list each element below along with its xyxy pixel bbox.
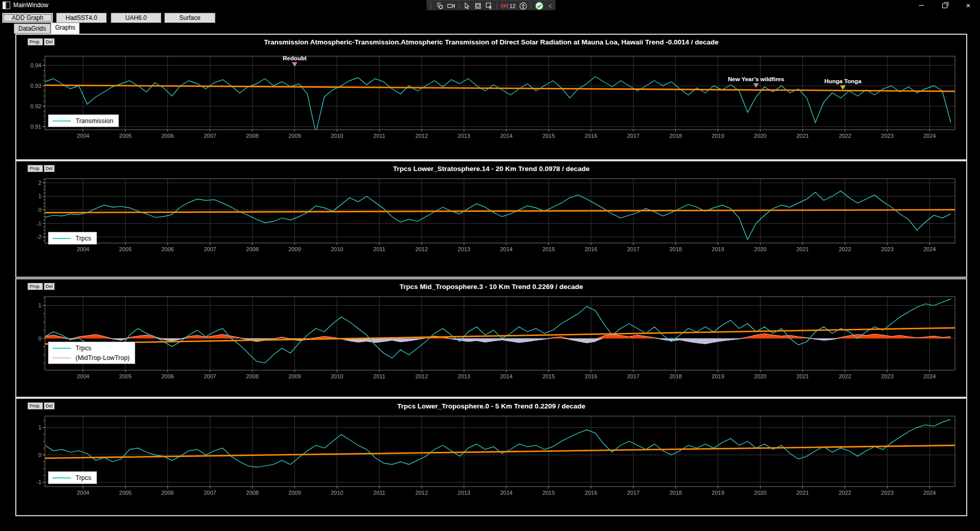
chart-legend: Trpcs (MidTrop-LowTrop) [48, 342, 135, 364]
prop-button[interactable]: Prop. [28, 38, 43, 45]
svg-text:2020: 2020 [754, 246, 766, 252]
legend-diff-swatch [53, 357, 71, 358]
svg-text:0: 0 [38, 452, 41, 458]
svg-text:1: 1 [38, 193, 41, 199]
del-button[interactable]: Del [44, 165, 55, 172]
svg-text:-2: -2 [36, 234, 41, 240]
svg-text:1: 1 [38, 302, 41, 308]
svg-text:2022: 2022 [839, 246, 851, 252]
svg-text:2005: 2005 [119, 133, 131, 139]
svg-text:2021: 2021 [796, 133, 808, 139]
prop-button[interactable]: Prop. [28, 402, 43, 409]
chart-canvas[interactable]: -2-1012200420052006200720082009201020112… [20, 177, 962, 254]
svg-text:2016: 2016 [585, 490, 597, 496]
svg-text:2005: 2005 [119, 490, 131, 496]
track-focused-element-icon[interactable] [485, 2, 493, 10]
uah6-button[interactable]: UAH6.0 [111, 13, 161, 23]
svg-text:2019: 2019 [712, 246, 724, 252]
svg-text:2005: 2005 [119, 246, 131, 252]
svg-text:2024: 2024 [923, 373, 936, 379]
chart-canvas[interactable]: -101200420052006200720082009201020112012… [20, 414, 962, 498]
svg-text:2009: 2009 [288, 246, 301, 252]
svg-text:2010: 2010 [331, 373, 343, 379]
svg-text:2004: 2004 [77, 373, 89, 379]
svg-text:2004: 2004 [77, 133, 89, 139]
svg-text:0.92: 0.92 [31, 103, 41, 109]
svg-text:Hunga Tonga: Hunga Tonga [824, 78, 862, 84]
svg-text:2021: 2021 [796, 246, 808, 252]
svg-text:2017: 2017 [627, 133, 639, 139]
display-adorners-icon[interactable] [474, 2, 482, 10]
svg-text:0: 0 [38, 335, 41, 342]
svg-text:New Year’s wildfires: New Year’s wildfires [728, 76, 784, 82]
svg-text:0: 0 [38, 207, 41, 213]
svg-text:2014: 2014 [500, 133, 512, 139]
svg-text:2013: 2013 [458, 373, 470, 379]
svg-text:2014: 2014 [500, 373, 512, 379]
svg-text:0.91: 0.91 [31, 124, 41, 130]
svg-text:2012: 2012 [415, 373, 428, 379]
svg-text:-1: -1 [36, 479, 41, 485]
svg-text:2022: 2022 [839, 490, 851, 496]
accessibility-checker-icon[interactable] [519, 2, 527, 10]
live-visual-tree-icon[interactable] [436, 2, 444, 10]
chart-legend: Trpcs [48, 471, 97, 484]
svg-text:2016: 2016 [585, 246, 597, 252]
chart-panel-lower-troposphere: Prop. Del Trpcs Lower_Troposphere.0 - 5 … [15, 398, 967, 516]
del-button[interactable]: Del [44, 283, 55, 290]
svg-text:2015: 2015 [543, 490, 555, 496]
svg-text:2006: 2006 [161, 133, 174, 139]
del-button[interactable]: Del [44, 402, 55, 409]
tabstrip: DataGrids Graphs [14, 23, 80, 34]
select-element-icon[interactable] [463, 2, 471, 10]
svg-text:2013: 2013 [458, 246, 470, 252]
svg-text:2007: 2007 [204, 133, 216, 139]
legend-line-swatch [53, 120, 71, 122]
legend-label: (MidTrop-LowTrop) [76, 354, 130, 361]
collapse-chevron-icon[interactable]: < [547, 3, 553, 10]
surface-button[interactable]: Surface [164, 13, 215, 23]
svg-text:2009: 2009 [288, 490, 301, 496]
tab-datagrids[interactable]: DataGrids [14, 23, 51, 34]
legend-line-swatch [53, 477, 71, 478]
svg-text:2024: 2024 [923, 133, 936, 139]
close-button[interactable]: × [957, 0, 980, 10]
add-graph-button[interactable]: ADD Graph [2, 13, 53, 23]
svg-text:2012: 2012 [415, 133, 428, 139]
prop-button[interactable]: Prop. [28, 283, 43, 290]
prop-button[interactable]: Prop. [28, 165, 43, 172]
svg-text:2021: 2021 [796, 490, 808, 496]
main-toolbar: ADD Graph HadSST4.0 UAH6.0 Surface [0, 10, 980, 24]
svg-text:2011: 2011 [373, 246, 385, 252]
chart-panel-lower-stratosphere: Prop. Del Trpcs Lower_Stratosphere.14 - … [15, 160, 967, 278]
screen-record-icon[interactable] [447, 2, 455, 10]
svg-text:2022: 2022 [839, 133, 851, 139]
svg-text:2022: 2022 [839, 373, 851, 379]
svg-text:2024: 2024 [923, 490, 936, 496]
minimize-button[interactable] [910, 0, 933, 10]
del-button[interactable]: Del [44, 38, 55, 45]
svg-text:2007: 2007 [204, 246, 216, 252]
svg-text:2010: 2010 [331, 246, 343, 252]
legend-line-swatch [53, 348, 71, 349]
svg-text:2023: 2023 [881, 133, 893, 139]
toolbar-grip-handle[interactable] [429, 2, 432, 10]
svg-text:2019: 2019 [712, 490, 724, 496]
svg-text:2014: 2014 [500, 246, 512, 252]
tab-graphs[interactable]: Graphs [51, 22, 80, 34]
svg-text:2008: 2008 [246, 490, 258, 496]
restore-button[interactable] [933, 0, 957, 10]
chart-canvas[interactable]: 0.910.920.930.94200420052006200720082009… [20, 54, 962, 141]
hadsst4-button[interactable]: HadSST4.0 [56, 13, 107, 23]
svg-text:2024: 2024 [923, 246, 936, 252]
code-analysis-check-icon[interactable] [535, 2, 544, 10]
legend-line-swatch [53, 238, 71, 239]
svg-text:2004: 2004 [77, 246, 89, 252]
svg-text:Redoubt: Redoubt [283, 55, 307, 61]
svg-text:2010: 2010 [331, 133, 343, 139]
chart-canvas[interactable]: 0120042005200620072008200920102011201220… [20, 295, 962, 381]
hot-reload-icon[interactable]: 12 [501, 2, 516, 10]
svg-text:2014: 2014 [500, 490, 512, 496]
svg-text:2019: 2019 [712, 133, 724, 139]
svg-text:2018: 2018 [669, 490, 681, 496]
